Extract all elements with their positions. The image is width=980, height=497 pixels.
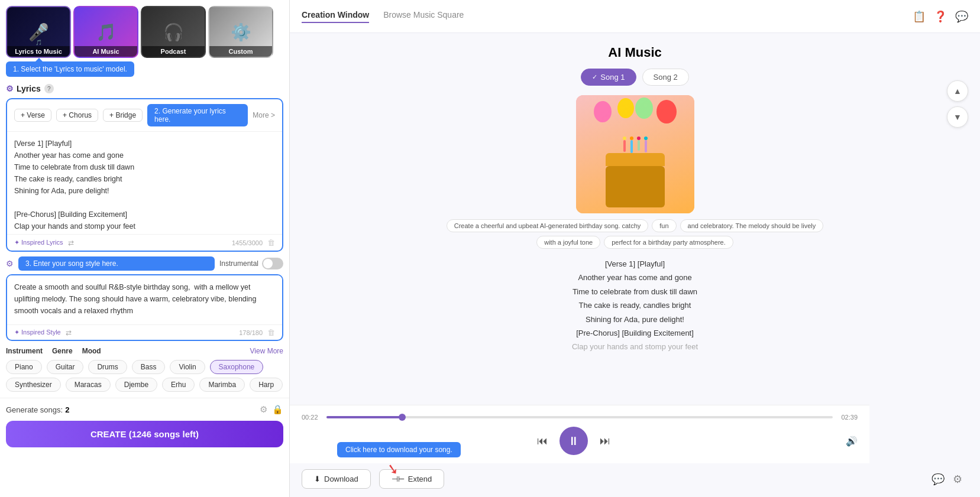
pause-button[interactable]: ⏸ bbox=[559, 427, 588, 455]
progress-track[interactable] bbox=[326, 416, 833, 418]
tag-drums[interactable]: Drums bbox=[88, 360, 127, 374]
left-panel: 🎤 🎵 Lyrics to Music 🎵 AI Music 🎧 Podcast… bbox=[0, 0, 290, 497]
style-section-header: ⚙ 3. Enter your song style here. Instrum… bbox=[6, 256, 283, 271]
header-icons: 📋 ❓ 💬 bbox=[913, 10, 968, 23]
shuffle-lyrics-icon[interactable]: ⇄ bbox=[68, 239, 74, 247]
instrument-tags-row2: Synthesizer Maracas Djembe Erhu Marimba … bbox=[6, 378, 283, 392]
tags-header: Instrument Genre Mood View More bbox=[6, 347, 283, 355]
right-panel: Creation Window Browse Music Square 📋 ❓ … bbox=[290, 0, 980, 497]
prev-button[interactable]: ⏮ bbox=[537, 435, 548, 447]
song-tab-1[interactable]: ✓ Song 1 bbox=[581, 69, 636, 86]
instrumental-switch[interactable] bbox=[262, 258, 283, 269]
song-tab-2[interactable]: Song 2 bbox=[642, 69, 689, 86]
tag-harp[interactable]: Harp bbox=[250, 378, 283, 392]
inspired-style-button[interactable]: ✦ Inspired Style bbox=[14, 329, 61, 336]
model-card-label-custom: Custom bbox=[209, 46, 272, 57]
nav-arrow-up[interactable]: ▲ bbox=[947, 80, 968, 102]
lyrics-line-7: Clap your hands and stomp your feet bbox=[572, 340, 698, 353]
tag-category-mood[interactable]: Mood bbox=[82, 347, 101, 355]
nav-arrow-down[interactable]: ▼ bbox=[947, 106, 968, 128]
lyrics-help-icon[interactable]: ? bbox=[44, 84, 54, 93]
lyrics-more-button[interactable]: More > bbox=[253, 111, 275, 119]
style-textarea[interactable]: Create a smooth and soulful R&B-style bi… bbox=[7, 275, 282, 323]
tag-piano[interactable]: Piano bbox=[6, 360, 42, 374]
tag-saxophone[interactable]: Saxophone bbox=[210, 360, 264, 374]
lyrics-line-5: Shining for Ada, pure delight! bbox=[572, 313, 698, 326]
lyrics-section-title: ⚙ Lyrics bbox=[6, 84, 41, 93]
tooltip-enter-style: 3. Enter your song style here. bbox=[18, 256, 215, 271]
tag-maracas[interactable]: Maracas bbox=[66, 378, 111, 392]
lyrics-line-1: [Verse 1] [Playful] bbox=[572, 257, 698, 271]
style-section: ⚙ 3. Enter your song style here. Instrum… bbox=[6, 256, 283, 341]
lyrics-line-2: Another year has come and gone bbox=[572, 271, 698, 284]
clipboard-icon[interactable]: 📋 bbox=[913, 10, 926, 23]
style-textarea-box: Create a smooth and soulful R&B-style bi… bbox=[6, 274, 283, 341]
style-footer: ✦ Inspired Style ⇄ 178/180 🗑 bbox=[7, 324, 282, 340]
create-button[interactable]: CREATE (1246 songs left) bbox=[6, 421, 283, 447]
download-button[interactable]: ⬇ Download bbox=[302, 469, 371, 489]
discord-icon[interactable]: 💬 bbox=[955, 10, 968, 23]
tab-creation-window[interactable]: Creation Window bbox=[302, 10, 369, 23]
lyrics-line-3: Time to celebrate from dusk till dawn bbox=[572, 285, 698, 298]
add-verse-button[interactable]: + Verse bbox=[14, 109, 51, 122]
model-card-podcast[interactable]: 🎧 Podcast bbox=[141, 6, 206, 58]
inspired-lyrics-button[interactable]: ✦ Inspired Lyrics bbox=[14, 239, 63, 246]
delete-style-icon[interactable]: 🗑 bbox=[267, 328, 275, 337]
model-card-custom[interactable]: ⚙️ Custom bbox=[208, 6, 273, 58]
tooltip-select-model: 1. Select the 'Lyrics to music' model. bbox=[6, 61, 134, 77]
help-icon[interactable]: ❓ bbox=[934, 10, 947, 23]
delete-lyrics-icon[interactable]: 🗑 bbox=[267, 238, 275, 247]
lyrics-textarea[interactable]: [Verse 1] [Playful] Another year has com… bbox=[7, 132, 282, 232]
instrument-tags-row1: Piano Guitar Drums Bass Violin Saxophone bbox=[6, 360, 283, 374]
prompt-tag-0: Create a cheerful and upbeat AI-generate… bbox=[447, 219, 649, 232]
tag-guitar[interactable]: Guitar bbox=[47, 360, 84, 374]
next-button[interactable]: ⏭ bbox=[600, 435, 610, 447]
generate-label: Generate songs: bbox=[6, 405, 63, 414]
lyrics-icon: ⚙ bbox=[6, 84, 14, 93]
right-content: ▲ ▼ AI Music ✓ Song 1 Song 2 bbox=[290, 33, 980, 405]
lock-icon[interactable]: 🔒 bbox=[272, 404, 283, 415]
settings-icon[interactable]: ⚙ bbox=[260, 404, 267, 415]
prompt-tag-1: fun bbox=[652, 219, 676, 232]
tag-synthesizer[interactable]: Synthesizer bbox=[6, 378, 61, 392]
time-total: 02:39 bbox=[839, 414, 858, 421]
settings-bottom-icon[interactable]: ⚙ bbox=[953, 473, 962, 486]
add-bridge-button[interactable]: + Bridge bbox=[103, 109, 143, 122]
click-download-tooltip: Click here to download your song. bbox=[337, 442, 461, 457]
model-card-lyrics-to-music[interactable]: 🎤 🎵 Lyrics to Music bbox=[6, 6, 71, 58]
lyrics-line-4: The cake is ready, candles bright bbox=[572, 298, 698, 312]
instrumental-toggle: Instrumental bbox=[219, 258, 283, 269]
lyrics-box: + Verse + Chorus + Bridge 2. Generate yo… bbox=[6, 98, 283, 252]
nav-arrows: ▲ ▼ bbox=[947, 80, 968, 128]
tag-djembe[interactable]: Djembe bbox=[115, 378, 157, 392]
model-card-ai-music[interactable]: 🎵 AI Music bbox=[73, 6, 138, 58]
lyrics-footer: ✦ Inspired Lyrics ⇄ 1455/3000 🗑 bbox=[7, 234, 282, 251]
lyrics-section: ⚙ Lyrics ? + Verse + Chorus + Bridge 2. … bbox=[6, 84, 283, 252]
tag-bass[interactable]: Bass bbox=[132, 360, 166, 374]
model-card-label-podcast: Podcast bbox=[142, 46, 205, 57]
tag-erhu[interactable]: Erhu bbox=[162, 378, 195, 392]
lyrics-char-count: 1455/3000 bbox=[232, 239, 263, 246]
download-icon: ⬇ bbox=[314, 475, 321, 483]
volume-button[interactable]: 🔊 bbox=[846, 436, 858, 447]
download-extend-row: Click here to download your song. ➘ ⬇ Do… bbox=[290, 463, 980, 497]
tag-category-genre[interactable]: Genre bbox=[52, 347, 73, 355]
tag-marimba[interactable]: Marimba bbox=[199, 378, 245, 392]
prompt-tag-3: with a joyful tone bbox=[536, 236, 600, 249]
right-header: Creation Window Browse Music Square 📋 ❓ … bbox=[290, 0, 980, 33]
shuffle-style-icon[interactable]: ⇄ bbox=[66, 329, 72, 337]
instrumental-label: Instrumental bbox=[219, 259, 258, 268]
add-chorus-button[interactable]: + Chorus bbox=[56, 109, 98, 122]
chat-icon[interactable]: 💬 bbox=[932, 473, 945, 486]
tag-category-instrument[interactable]: Instrument bbox=[6, 347, 43, 355]
model-selector: 🎤 🎵 Lyrics to Music 🎵 AI Music 🎧 Podcast… bbox=[0, 0, 289, 58]
view-more-tags[interactable]: View More bbox=[250, 347, 283, 355]
time-current: 00:22 bbox=[302, 414, 321, 421]
song-tabs: ✓ Song 1 Song 2 bbox=[581, 69, 688, 86]
tag-violin[interactable]: Violin bbox=[170, 360, 205, 374]
tab-browse-music-square[interactable]: Browse Music Square bbox=[383, 10, 464, 23]
model-card-label-lyrics: Lyrics to Music bbox=[7, 46, 70, 57]
generate-count: 2 bbox=[65, 405, 69, 414]
prompt-tags: Create a cheerful and upbeat AI-generate… bbox=[434, 219, 836, 249]
song-title: AI Music bbox=[608, 45, 661, 60]
